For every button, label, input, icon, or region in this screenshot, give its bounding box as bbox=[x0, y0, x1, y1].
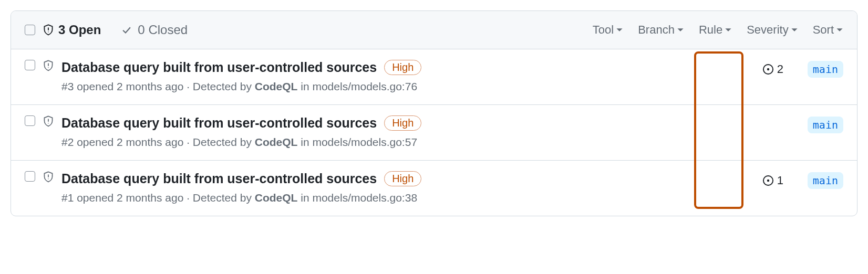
select-all-checkbox[interactable] bbox=[25, 25, 35, 35]
caret-down-icon bbox=[836, 26, 843, 34]
svg-point-3 bbox=[48, 67, 49, 68]
alert-meta: #3 opened 2 months ago · Detected by Cod… bbox=[61, 80, 755, 93]
check-icon bbox=[121, 24, 132, 36]
severity-badge: High bbox=[384, 171, 421, 186]
filter-rule[interactable]: Rule bbox=[699, 23, 732, 37]
filter-label: Branch bbox=[638, 23, 675, 37]
tab-open[interactable]: 3 Open bbox=[43, 23, 101, 37]
row-checkbox[interactable] bbox=[25, 60, 35, 70]
filter-label: Tool bbox=[593, 23, 614, 37]
row-checkbox[interactable] bbox=[25, 115, 35, 126]
meta-prefix: #2 opened 2 months ago · Detected by bbox=[61, 136, 255, 148]
row-checkbox[interactable] bbox=[25, 171, 35, 182]
filter-label: Sort bbox=[813, 23, 834, 37]
severity-badge: High bbox=[384, 60, 421, 75]
branch-badge[interactable]: main bbox=[808, 117, 843, 133]
meta-tool: CodeQL bbox=[255, 192, 298, 204]
alert-row: Database query built from user-controlle… bbox=[11, 161, 857, 216]
caret-down-icon bbox=[616, 26, 623, 34]
caret-down-icon bbox=[725, 26, 732, 34]
alert-content: Database query built from user-controlle… bbox=[61, 60, 755, 93]
alert-title-link[interactable]: Database query built from user-controlle… bbox=[61, 60, 377, 75]
issue-open-icon bbox=[762, 64, 774, 75]
filter-label: Rule bbox=[699, 23, 722, 37]
meta-tool: CodeQL bbox=[255, 136, 298, 148]
filter-branch[interactable]: Branch bbox=[638, 23, 684, 37]
issue-count-value: 2 bbox=[777, 62, 783, 76]
alert-right: 2 main bbox=[762, 60, 843, 78]
linked-issue-count[interactable]: 1 bbox=[762, 174, 783, 187]
svg-point-1 bbox=[48, 31, 49, 33]
alerts-header: 3 Open 0 Closed Tool Branch Rule bbox=[11, 11, 857, 49]
alerts-container: 3 Open 0 Closed Tool Branch Rule bbox=[11, 10, 857, 216]
filter-tool[interactable]: Tool bbox=[593, 23, 623, 37]
tab-closed[interactable]: 0 Closed bbox=[121, 23, 188, 37]
svg-point-5 bbox=[767, 68, 769, 70]
caret-down-icon bbox=[677, 26, 684, 34]
alert-title-link[interactable]: Database query built from user-controlle… bbox=[61, 171, 377, 186]
shield-alert-icon bbox=[43, 171, 54, 183]
svg-point-9 bbox=[48, 178, 49, 180]
meta-suffix: in models/models.go:57 bbox=[297, 136, 417, 148]
svg-point-7 bbox=[48, 123, 49, 124]
alert-right: main bbox=[762, 115, 843, 133]
filter-label: Severity bbox=[747, 23, 788, 37]
shield-alert-icon bbox=[43, 60, 54, 71]
meta-prefix: #3 opened 2 months ago · Detected by bbox=[61, 80, 255, 92]
shield-alert-icon bbox=[43, 24, 54, 36]
caret-down-icon bbox=[791, 26, 798, 34]
alert-meta: #1 opened 2 months ago · Detected by Cod… bbox=[61, 192, 755, 204]
meta-suffix: in models/models.go:38 bbox=[297, 192, 417, 204]
open-count-label: 3 Open bbox=[58, 23, 101, 37]
alert-row: Database query built from user-controlle… bbox=[11, 105, 857, 161]
meta-tool: CodeQL bbox=[255, 80, 298, 92]
branch-badge[interactable]: main bbox=[808, 61, 843, 78]
severity-badge: High bbox=[384, 115, 421, 131]
alert-title-link[interactable]: Database query built from user-controlle… bbox=[61, 115, 377, 131]
alerts-list: Database query built from user-controlle… bbox=[11, 49, 857, 216]
svg-point-11 bbox=[767, 180, 769, 182]
issue-count-value: 1 bbox=[777, 174, 783, 187]
meta-suffix: in models/models.go:76 bbox=[297, 80, 417, 92]
filter-severity[interactable]: Severity bbox=[747, 23, 798, 37]
meta-prefix: #1 opened 2 months ago · Detected by bbox=[61, 192, 255, 204]
alert-row: Database query built from user-controlle… bbox=[11, 49, 857, 105]
branch-badge[interactable]: main bbox=[808, 172, 843, 189]
header-left: 3 Open 0 Closed bbox=[25, 23, 188, 37]
alert-meta: #2 opened 2 months ago · Detected by Cod… bbox=[61, 136, 755, 149]
shield-alert-icon bbox=[43, 115, 54, 127]
issue-open-icon bbox=[762, 175, 774, 186]
closed-count-label: 0 Closed bbox=[138, 23, 188, 37]
header-filters: Tool Branch Rule Severity Sort bbox=[593, 23, 843, 37]
alert-content: Database query built from user-controlle… bbox=[61, 171, 755, 204]
linked-issue-count[interactable]: 2 bbox=[762, 62, 783, 76]
alert-right: 1 main bbox=[762, 171, 843, 189]
filter-sort[interactable]: Sort bbox=[813, 23, 843, 37]
alert-content: Database query built from user-controlle… bbox=[61, 115, 755, 149]
